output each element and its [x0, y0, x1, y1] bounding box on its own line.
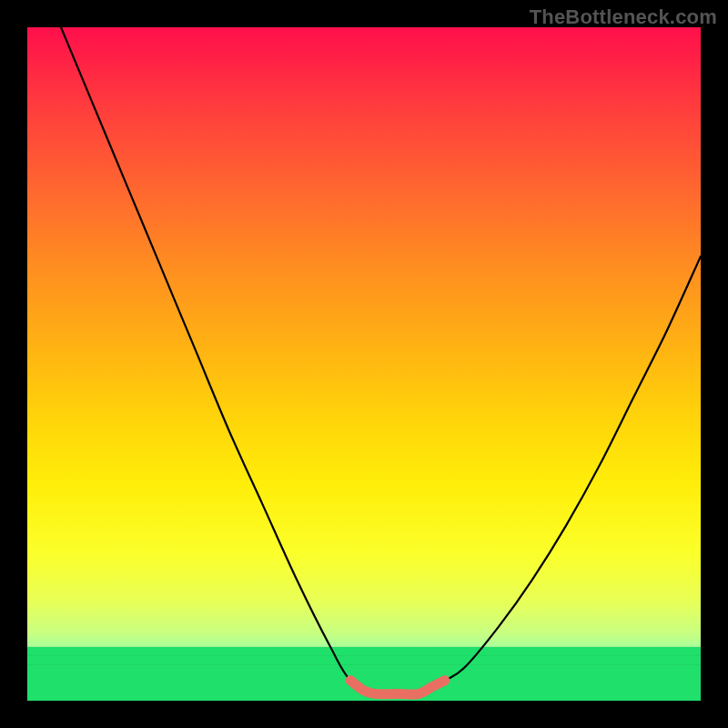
- chart-frame: TheBottleneck.com: [0, 0, 728, 728]
- optimal-range-highlight: [350, 681, 445, 694]
- plot-svg: [27, 27, 701, 701]
- watermark-text: TheBottleneck.com: [530, 5, 717, 29]
- bottleneck-curve: [61, 27, 701, 695]
